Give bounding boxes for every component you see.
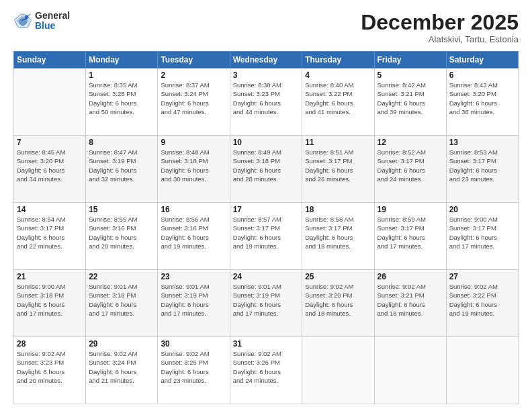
calendar-cell: 1Sunrise: 8:35 AM Sunset: 3:25 PM Daylig…: [86, 68, 158, 136]
calendar-cell: 19Sunrise: 8:59 AM Sunset: 3:17 PM Dayli…: [374, 203, 446, 270]
week-row-5: 28Sunrise: 9:02 AM Sunset: 3:23 PM Dayli…: [14, 337, 519, 404]
logo-blue-text: Blue: [35, 21, 70, 31]
day-info: Sunrise: 8:54 AM Sunset: 3:17 PM Dayligh…: [17, 215, 83, 250]
weekday-header-wednesday: Wednesday: [230, 52, 302, 68]
calendar-cell: 2Sunrise: 8:37 AM Sunset: 3:24 PM Daylig…: [158, 68, 230, 136]
day-info: Sunrise: 8:37 AM Sunset: 3:24 PM Dayligh…: [161, 81, 226, 116]
day-number: 23: [161, 272, 226, 281]
calendar-cell: 9Sunrise: 8:48 AM Sunset: 3:18 PM Daylig…: [158, 136, 230, 203]
day-number: 31: [233, 339, 300, 349]
calendar-cell: [446, 337, 518, 404]
week-row-4: 21Sunrise: 9:00 AM Sunset: 3:18 PM Dayli…: [14, 270, 519, 337]
day-number: 27: [449, 272, 515, 281]
day-info: Sunrise: 9:02 AM Sunset: 3:25 PM Dayligh…: [161, 349, 226, 385]
day-number: 17: [233, 205, 300, 214]
day-info: Sunrise: 8:47 AM Sunset: 3:19 PM Dayligh…: [89, 148, 154, 183]
weekday-header-saturday: Saturday: [446, 52, 518, 68]
day-number: 24: [233, 272, 300, 281]
day-number: 21: [17, 272, 83, 281]
week-row-2: 7Sunrise: 8:45 AM Sunset: 3:20 PM Daylig…: [14, 136, 519, 203]
day-number: 3: [233, 71, 300, 80]
day-number: 19: [378, 205, 443, 214]
day-info: Sunrise: 9:00 AM Sunset: 3:18 PM Dayligh…: [17, 282, 83, 318]
calendar-cell: 31Sunrise: 9:02 AM Sunset: 3:26 PM Dayli…: [230, 337, 302, 404]
day-number: 10: [233, 138, 300, 147]
calendar-cell: 4Sunrise: 8:40 AM Sunset: 3:22 PM Daylig…: [302, 68, 374, 136]
day-info: Sunrise: 9:02 AM Sunset: 3:22 PM Dayligh…: [449, 282, 515, 318]
day-number: 8: [89, 138, 154, 147]
title-block: December 2025 Alatskivi, Tartu, Estonia: [361, 11, 519, 44]
day-number: 28: [17, 339, 83, 349]
calendar-cell: 26Sunrise: 9:02 AM Sunset: 3:21 PM Dayli…: [374, 270, 446, 337]
day-number: 9: [161, 138, 226, 147]
day-info: Sunrise: 9:00 AM Sunset: 3:17 PM Dayligh…: [449, 215, 515, 250]
day-info: Sunrise: 9:02 AM Sunset: 3:26 PM Dayligh…: [233, 349, 300, 385]
weekday-header-monday: Monday: [86, 52, 158, 68]
day-number: 4: [305, 71, 371, 80]
calendar-cell: 6Sunrise: 8:43 AM Sunset: 3:20 PM Daylig…: [446, 68, 518, 136]
day-number: 16: [161, 205, 226, 214]
calendar-cell: 23Sunrise: 9:01 AM Sunset: 3:19 PM Dayli…: [158, 270, 230, 337]
day-number: 22: [89, 272, 154, 281]
page: General Blue December 2025 Alatskivi, Ta…: [0, 0, 532, 411]
calendar-cell: 5Sunrise: 8:42 AM Sunset: 3:21 PM Daylig…: [374, 68, 446, 136]
calendar-cell: 8Sunrise: 8:47 AM Sunset: 3:19 PM Daylig…: [86, 136, 158, 203]
day-number: 26: [378, 272, 443, 281]
location-subtitle: Alatskivi, Tartu, Estonia: [361, 34, 519, 44]
day-info: Sunrise: 9:01 AM Sunset: 3:19 PM Dayligh…: [233, 282, 300, 318]
day-info: Sunrise: 9:01 AM Sunset: 3:18 PM Dayligh…: [89, 282, 154, 318]
day-info: Sunrise: 8:51 AM Sunset: 3:17 PM Dayligh…: [305, 148, 371, 183]
logo: General Blue: [13, 11, 70, 32]
day-number: 13: [449, 138, 515, 147]
calendar-cell: 27Sunrise: 9:02 AM Sunset: 3:22 PM Dayli…: [446, 270, 518, 337]
logo-general-text: General: [35, 11, 70, 21]
day-number: 20: [449, 205, 515, 214]
weekday-header-thursday: Thursday: [302, 52, 374, 68]
calendar-cell: 16Sunrise: 8:56 AM Sunset: 3:16 PM Dayli…: [158, 203, 230, 270]
calendar-cell: 17Sunrise: 8:57 AM Sunset: 3:17 PM Dayli…: [230, 203, 302, 270]
day-info: Sunrise: 9:02 AM Sunset: 3:24 PM Dayligh…: [89, 349, 154, 385]
day-number: 18: [305, 205, 371, 214]
day-number: 2: [161, 71, 226, 80]
day-number: 25: [305, 272, 371, 281]
day-info: Sunrise: 8:53 AM Sunset: 3:17 PM Dayligh…: [449, 148, 515, 183]
week-row-1: 1Sunrise: 8:35 AM Sunset: 3:25 PM Daylig…: [14, 68, 519, 136]
calendar-cell: 29Sunrise: 9:02 AM Sunset: 3:24 PM Dayli…: [86, 337, 158, 404]
calendar-cell: 21Sunrise: 9:00 AM Sunset: 3:18 PM Dayli…: [14, 270, 86, 337]
calendar-cell: 12Sunrise: 8:52 AM Sunset: 3:17 PM Dayli…: [374, 136, 446, 203]
day-info: Sunrise: 9:02 AM Sunset: 3:20 PM Dayligh…: [305, 282, 371, 318]
day-number: 1: [89, 71, 154, 80]
calendar-cell: [14, 68, 86, 136]
calendar-table: SundayMondayTuesdayWednesdayThursdayFrid…: [13, 51, 519, 404]
day-info: Sunrise: 8:45 AM Sunset: 3:20 PM Dayligh…: [17, 148, 83, 183]
day-info: Sunrise: 8:35 AM Sunset: 3:25 PM Dayligh…: [89, 81, 154, 116]
day-info: Sunrise: 8:55 AM Sunset: 3:16 PM Dayligh…: [89, 215, 154, 250]
day-info: Sunrise: 8:42 AM Sunset: 3:21 PM Dayligh…: [378, 81, 443, 116]
calendar-cell: 11Sunrise: 8:51 AM Sunset: 3:17 PM Dayli…: [302, 136, 374, 203]
day-info: Sunrise: 8:43 AM Sunset: 3:20 PM Dayligh…: [449, 81, 515, 116]
day-number: 12: [378, 138, 443, 147]
day-info: Sunrise: 8:40 AM Sunset: 3:22 PM Dayligh…: [305, 81, 371, 116]
calendar-cell: 3Sunrise: 8:38 AM Sunset: 3:23 PM Daylig…: [230, 68, 302, 136]
day-number: 5: [378, 71, 443, 80]
day-number: 30: [161, 339, 226, 349]
day-number: 6: [449, 71, 515, 80]
day-number: 15: [89, 205, 154, 214]
day-info: Sunrise: 8:56 AM Sunset: 3:16 PM Dayligh…: [161, 215, 226, 250]
calendar-cell: 30Sunrise: 9:02 AM Sunset: 3:25 PM Dayli…: [158, 337, 230, 404]
day-info: Sunrise: 8:38 AM Sunset: 3:23 PM Dayligh…: [233, 81, 300, 116]
calendar-cell: 25Sunrise: 9:02 AM Sunset: 3:20 PM Dayli…: [302, 270, 374, 337]
header: General Blue December 2025 Alatskivi, Ta…: [13, 11, 519, 44]
logo-icon: [13, 11, 32, 30]
weekday-header-sunday: Sunday: [14, 52, 86, 68]
day-number: 29: [89, 339, 154, 349]
day-number: 7: [17, 138, 83, 147]
day-info: Sunrise: 8:48 AM Sunset: 3:18 PM Dayligh…: [161, 148, 226, 183]
week-row-3: 14Sunrise: 8:54 AM Sunset: 3:17 PM Dayli…: [14, 203, 519, 270]
month-title: December 2025: [361, 11, 519, 34]
logo-text: General Blue: [35, 11, 70, 32]
calendar-cell: 18Sunrise: 8:58 AM Sunset: 3:17 PM Dayli…: [302, 203, 374, 270]
calendar-cell: 7Sunrise: 8:45 AM Sunset: 3:20 PM Daylig…: [14, 136, 86, 203]
calendar-cell: 24Sunrise: 9:01 AM Sunset: 3:19 PM Dayli…: [230, 270, 302, 337]
weekday-header-friday: Friday: [374, 52, 446, 68]
